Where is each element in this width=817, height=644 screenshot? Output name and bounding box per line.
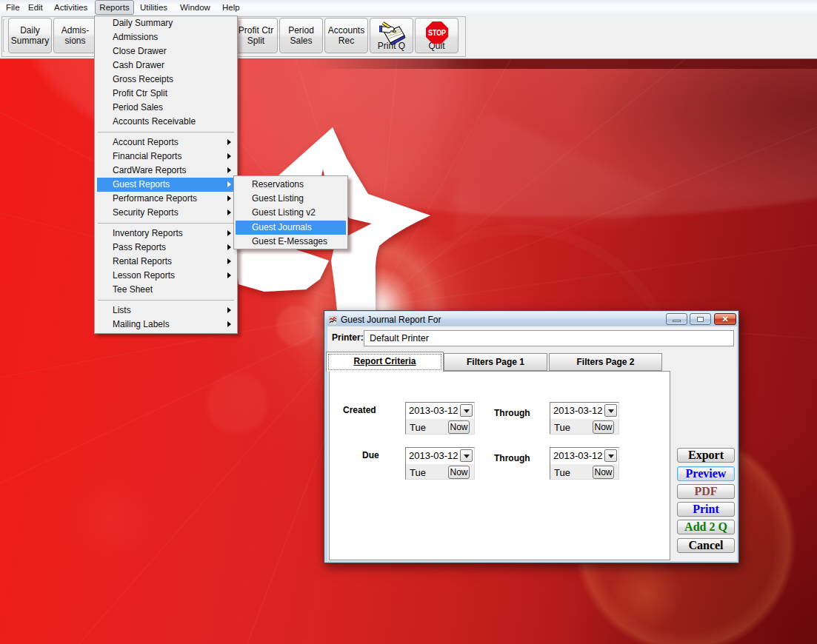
svg-text:STOP: STOP (428, 28, 446, 37)
